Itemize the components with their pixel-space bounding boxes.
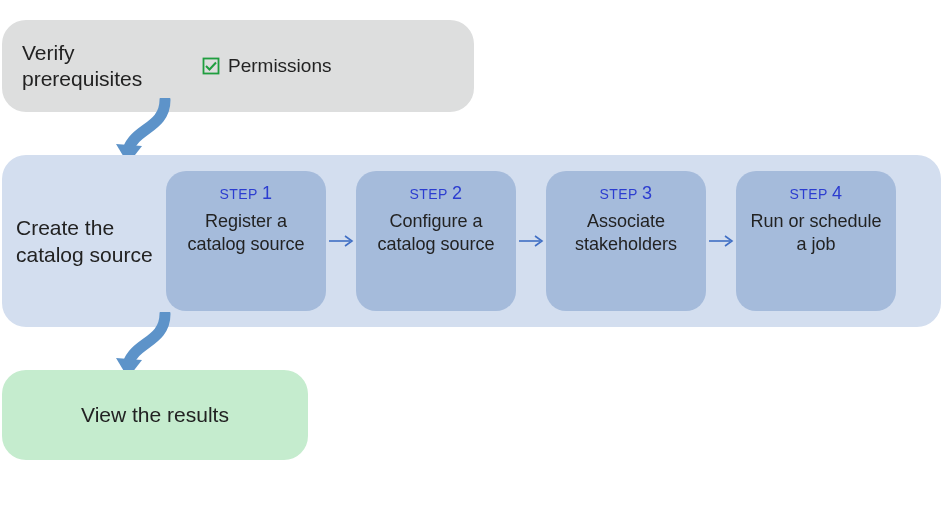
- checkbox-checked-icon: [202, 57, 220, 75]
- step-title: Configure a catalog source: [364, 210, 508, 255]
- arrow-right-icon: [518, 234, 544, 248]
- phase-create-title: Create the catalog source: [16, 214, 166, 269]
- arrow-step-1-to-2: [326, 234, 356, 248]
- step-label: STEP 4: [789, 183, 842, 204]
- step-1-register: STEP 1 Register a catalog source: [166, 171, 326, 311]
- phase-create-catalog-source: Create the catalog source STEP 1 Registe…: [2, 155, 941, 327]
- phase-view-title: View the results: [81, 403, 229, 427]
- step-label: STEP 1: [219, 183, 272, 204]
- steps-row: STEP 1 Register a catalog source STEP 2 …: [166, 171, 941, 311]
- step-title: Register a catalog source: [174, 210, 318, 255]
- phase-view-results: View the results: [2, 370, 308, 460]
- step-title: Run or schedule a job: [744, 210, 888, 255]
- phase-verify-title: Verify prerequisites: [22, 40, 162, 93]
- arrow-step-2-to-3: [516, 234, 546, 248]
- arrow-right-icon: [328, 234, 354, 248]
- phase-verify-prerequisites: Verify prerequisites Permissions: [2, 20, 474, 112]
- arrow-right-icon: [708, 234, 734, 248]
- arrow-step-3-to-4: [706, 234, 736, 248]
- permissions-label: Permissions: [228, 55, 331, 77]
- permissions-item: Permissions: [202, 55, 331, 77]
- step-3-associate: STEP 3 Associate stakeholders: [546, 171, 706, 311]
- step-2-configure: STEP 2 Configure a catalog source: [356, 171, 516, 311]
- step-label: STEP 3: [599, 183, 652, 204]
- step-title: Associate stakeholders: [554, 210, 698, 255]
- step-4-run: STEP 4 Run or schedule a job: [736, 171, 896, 311]
- svg-rect-0: [204, 59, 219, 74]
- step-label: STEP 2: [409, 183, 462, 204]
